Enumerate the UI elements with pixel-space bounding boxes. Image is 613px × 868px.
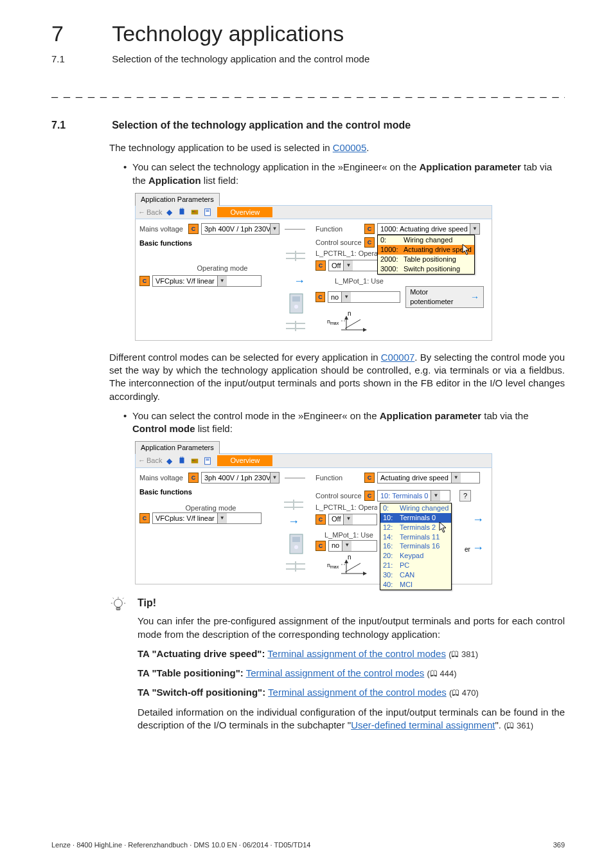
- c-chip-icon[interactable]: C: [139, 513, 150, 523]
- c-chip-icon[interactable]: C: [315, 514, 326, 525]
- help-button[interactable]: ?: [459, 490, 471, 502]
- svg-rect-13: [292, 296, 300, 302]
- mains-voltage-combo[interactable]: 3ph 400V / 1ph 230V▼: [201, 472, 280, 484]
- svg-point-54: [114, 599, 123, 608]
- list-item[interactable]: 40:MCI: [380, 580, 451, 590]
- tab-application-parameters[interactable]: Application Parameters: [135, 193, 220, 206]
- chapter-title: Technology applications: [112, 19, 344, 49]
- page-header: 7 Technology applications 7.1 Selection …: [51, 19, 565, 66]
- footer-left: Lenze · 8400 HighLine · Referenzhandbuch…: [51, 840, 310, 850]
- bullet-app-select: You can select the technology applicatio…: [123, 161, 565, 187]
- list-item[interactable]: 16:Terminals 16: [380, 541, 451, 551]
- svg-rect-8: [206, 211, 209, 212]
- operating-mode-combo[interactable]: VFCplus: V/f linear▼: [152, 275, 262, 287]
- lpctrl-combo[interactable]: Off▼: [328, 514, 377, 525]
- list-item[interactable]: 21:PC: [380, 561, 451, 570]
- screenshot-app-parameter-2: Application Parameters ← Back ◆ Overview…: [135, 440, 492, 584]
- svg-rect-1: [181, 208, 182, 210]
- diamond-icon[interactable]: ◆: [163, 207, 175, 217]
- er-arrow[interactable]: er →: [465, 540, 484, 556]
- control-source-label: Control source: [315, 491, 362, 501]
- c-chip-icon[interactable]: C: [364, 237, 375, 248]
- lmpot-label: L_MPot_1: Use: [335, 276, 384, 286]
- mains-voltage-combo[interactable]: 3ph 400V / 1ph 230V▼: [201, 223, 280, 235]
- list-item[interactable]: 1000:Actuating drive speed: [378, 245, 474, 255]
- basic-functions-group: Basic functions: [139, 487, 305, 497]
- svg-line-61: [113, 598, 114, 599]
- back-button[interactable]: ← Back: [138, 456, 162, 466]
- mains-voltage-label: Mains voltage: [139, 224, 186, 234]
- control-source-label: Control source: [315, 238, 362, 248]
- c-chip-icon[interactable]: C: [315, 541, 326, 551]
- overview-button[interactable]: Overview: [217, 455, 272, 466]
- device-icon: [287, 293, 305, 314]
- link-terminal-assignment[interactable]: Terminal assignment of the control modes: [268, 687, 447, 698]
- c-chip-icon[interactable]: C: [364, 491, 375, 501]
- c-chip-icon[interactable]: C: [315, 292, 325, 302]
- link-terminal-assignment[interactable]: Terminal assignment of the control modes: [267, 648, 446, 659]
- c-chip-icon[interactable]: C: [188, 224, 199, 234]
- plug-icon[interactable]: [176, 456, 188, 466]
- function-label: Function: [315, 224, 362, 234]
- function-dropdown-list[interactable]: 0:Wiring changed 1000:Actuating drive sp…: [377, 235, 475, 274]
- function-combo[interactable]: 1000: Actuating drive speed▼: [377, 223, 480, 235]
- list-item[interactable]: 20:Keypad: [380, 551, 451, 561]
- svg-marker-45: [440, 522, 446, 532]
- chevron-down-icon: ▼: [431, 491, 440, 501]
- motor-potentiometer-button[interactable]: Motor potentiometer→: [405, 286, 484, 308]
- lmpot-combo[interactable]: no▼: [328, 291, 400, 303]
- ta-actuating: TA "Actuating drive speed": Terminal ass…: [138, 647, 565, 660]
- overview-button[interactable]: Overview: [217, 207, 272, 218]
- tip-lightbulb-icon: [109, 596, 127, 617]
- svg-rect-7: [206, 210, 209, 211]
- diamond-icon[interactable]: ◆: [163, 456, 175, 466]
- chevron-down-icon: ▼: [217, 276, 227, 286]
- list-item[interactable]: 2000:Table positioning: [378, 255, 474, 264]
- svg-line-24: [345, 320, 360, 329]
- circuit-icon: [284, 498, 303, 511]
- lmpot-combo[interactable]: no▼: [328, 540, 377, 552]
- toolbar: ← Back ◆ Overview: [135, 205, 492, 220]
- svg-rect-40: [292, 537, 300, 542]
- svg-rect-31: [193, 460, 194, 461]
- c-chip-icon[interactable]: C: [364, 473, 375, 483]
- proceed-arrow-icon[interactable]: →: [294, 273, 305, 289]
- operating-mode-combo[interactable]: VFCplus: V/f linear▼: [152, 512, 262, 524]
- tab-application-parameters[interactable]: Application Parameters: [135, 441, 220, 454]
- sheet-icon[interactable]: [202, 456, 213, 466]
- chevron-down-icon: ▼: [343, 260, 353, 271]
- control-source-combo[interactable]: 10: Terminals 0▼: [377, 490, 450, 502]
- c-chip-icon[interactable]: C: [315, 260, 326, 271]
- link-c00005[interactable]: C00005: [333, 142, 367, 153]
- chevron-down-icon: ▼: [451, 473, 461, 483]
- board-icon[interactable]: [189, 207, 200, 217]
- board-icon[interactable]: [189, 456, 200, 466]
- control-source-dropdown-list[interactable]: 0:Wiring changed 10:Terminals 0 12:Termi…: [380, 503, 452, 590]
- c-chip-icon[interactable]: C: [139, 276, 150, 286]
- link-terminal-assignment[interactable]: Terminal assignment of the control modes: [246, 667, 425, 678]
- lpctrl-label: L_PCTRL_1: Operatin: [315, 503, 377, 512]
- list-item[interactable]: 30:CAN: [380, 570, 451, 580]
- proceed-arrow-icon[interactable]: →: [472, 512, 484, 527]
- toolbar: ← Back ◆ Overview: [135, 453, 492, 468]
- chevron-down-icon: ▼: [270, 473, 279, 483]
- svg-rect-29: [182, 457, 183, 458]
- function-combo[interactable]: Actuating drive speed▼: [377, 472, 480, 484]
- sheet-icon[interactable]: [202, 207, 213, 217]
- list-item[interactable]: 3000:Switch positioning: [378, 264, 474, 274]
- list-item[interactable]: 0:Wiring changed: [380, 503, 451, 513]
- proceed-arrow-icon[interactable]: →: [282, 514, 305, 529]
- book-icon: 🕮: [452, 687, 459, 698]
- c-chip-icon[interactable]: C: [188, 473, 199, 483]
- list-item[interactable]: 0:Wiring changed: [378, 235, 474, 245]
- chevron-down-icon: ▼: [342, 541, 351, 551]
- mains-voltage-label: Mains voltage: [139, 473, 186, 483]
- plug-icon[interactable]: [176, 207, 188, 217]
- chevron-down-icon: ▼: [270, 224, 279, 234]
- link-user-defined-assignment[interactable]: User-defined terminal assignment: [351, 719, 495, 730]
- cursor-icon: [439, 521, 448, 536]
- c-chip-icon[interactable]: C: [364, 224, 375, 234]
- chevron-down-icon: ▼: [470, 224, 479, 234]
- back-button[interactable]: ← Back: [138, 208, 162, 217]
- link-c00007[interactable]: C00007: [381, 352, 415, 363]
